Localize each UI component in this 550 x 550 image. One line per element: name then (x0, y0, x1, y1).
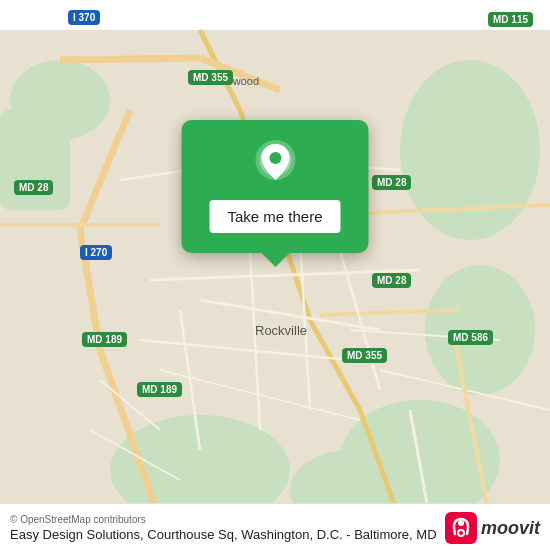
road-badge-md115: MD 115 (488, 12, 533, 27)
road-badge-md586: MD 586 (448, 330, 493, 345)
moovit-logo[interactable]: moovit (445, 512, 540, 544)
moovit-wordmark: moovit (481, 518, 540, 539)
svg-text:Rockville: Rockville (255, 323, 307, 338)
popup-card: Take me there (181, 120, 368, 253)
svg-line-35 (60, 58, 200, 60)
copyright-text: © OpenStreetMap contributors (10, 514, 437, 525)
road-badge-i370: I 370 (68, 10, 100, 25)
road-badge-md28-left: MD 28 (14, 180, 53, 195)
svg-point-1 (400, 60, 540, 240)
road-badge-md355-top: MD 355 (188, 70, 233, 85)
road-badge-md28-center: MD 28 (372, 273, 411, 288)
take-me-there-button[interactable]: Take me there (209, 200, 340, 233)
location-text: Easy Design Solutions, Courthouse Sq, Wa… (10, 527, 437, 542)
svg-point-43 (458, 520, 464, 526)
svg-point-41 (269, 152, 281, 164)
svg-rect-42 (445, 512, 477, 544)
road-badge-md189-bottom: MD 189 (137, 382, 182, 397)
moovit-icon (445, 512, 477, 544)
svg-point-45 (459, 531, 463, 535)
bottom-left: © OpenStreetMap contributors Easy Design… (10, 514, 437, 542)
road-badge-md189-left: MD 189 (82, 332, 127, 347)
svg-rect-5 (0, 110, 70, 210)
location-pin-icon (251, 138, 299, 186)
bottom-bar: © OpenStreetMap contributors Easy Design… (0, 503, 550, 550)
map-container[interactable]: Rockville Derwood I 270 I 370 MD 28 MD 2… (0, 0, 550, 550)
road-badge-md355-bottom: MD 355 (342, 348, 387, 363)
road-badge-md28-right: MD 28 (372, 175, 411, 190)
road-badge-i270: I 270 (80, 245, 112, 260)
